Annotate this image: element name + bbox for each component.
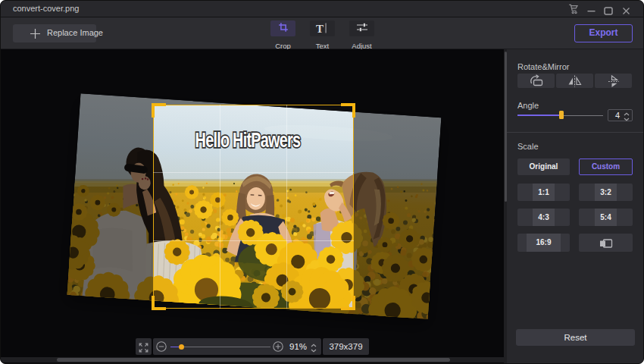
svg-text:Hello HitPawers: Hello HitPawers	[195, 128, 301, 152]
svg-text:T: T	[316, 23, 324, 35]
